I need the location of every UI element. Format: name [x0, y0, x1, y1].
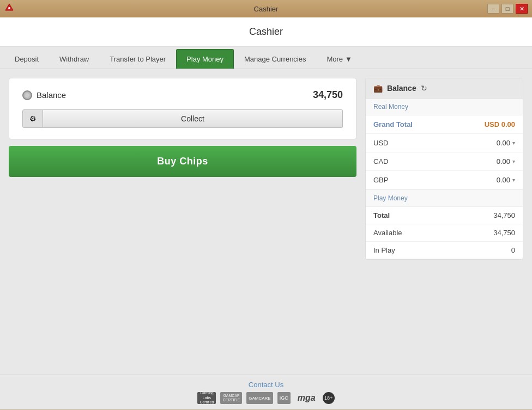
tab-currencies[interactable]: Manage Currencies — [234, 49, 316, 69]
main-window: Cashier Deposit Withdraw Transfer to Pla… — [0, 17, 532, 409]
close-button[interactable]: ✕ — [516, 4, 528, 14]
app-header-title: Cashier — [249, 26, 283, 37]
gaming-labs-logo: GamingLabsCertified — [197, 392, 216, 404]
balance-widget-title: Balance — [387, 84, 416, 93]
contact-us-link[interactable]: Contact Us — [5, 381, 527, 389]
cad-row: CAD 0.00 ▾ — [366, 152, 523, 171]
usd-row: USD 0.00 ▾ — [366, 134, 523, 152]
gbp-label: GBP — [373, 176, 388, 184]
app-header: Cashier — [0, 17, 532, 47]
play-money-available-label: Available — [373, 229, 402, 237]
play-money-available-value: 34,750 — [493, 229, 515, 237]
tab-withdraw[interactable]: Withdraw — [49, 49, 99, 69]
balance-widget-header: 💼 Balance ↻ — [366, 78, 523, 99]
gbp-value: 0.00 ▾ — [497, 176, 515, 184]
balance-label: Balance — [22, 90, 66, 100]
chevron-down-icon: ▼ — [345, 55, 352, 63]
collect-button[interactable]: Collect — [43, 109, 343, 128]
gamcare-certified-logo: GAMCAFCERTIFIE — [220, 392, 242, 404]
chip-icon — [22, 90, 32, 100]
igc-logo: IGC — [277, 392, 291, 404]
footer: Contact Us GamingLabsCertified GAMCAFCER… — [0, 375, 532, 409]
wallet-icon: 💼 — [373, 84, 383, 93]
balance-card: Balance 34,750 ⚙ Collect — [9, 78, 356, 139]
restore-button[interactable]: □ — [501, 4, 513, 14]
window-controls: − □ ✕ — [487, 4, 528, 14]
tab-playmoney[interactable]: Play Money — [176, 49, 234, 69]
tab-more[interactable]: More ▼ — [316, 49, 362, 69]
grand-total-label: Grand Total — [373, 120, 413, 128]
chevron-down-icon: ▾ — [512, 140, 515, 146]
left-panel: Balance 34,750 ⚙ Collect Buy Chips — [9, 78, 356, 366]
footer-logos: GamingLabsCertified GAMCAFCERTIFIE GAMCA… — [5, 392, 527, 404]
gamcare-logo: GAMCARE — [246, 392, 273, 404]
chevron-down-icon: ▾ — [512, 158, 515, 164]
cad-label: CAD — [373, 157, 388, 166]
tab-transfer[interactable]: Transfer to Player — [99, 49, 176, 69]
title-bar: Cashier − □ ✕ — [0, 0, 532, 17]
play-money-inplay-label: In Play — [373, 246, 395, 254]
mga-logo: mga — [295, 392, 318, 404]
minimize-button[interactable]: − — [487, 4, 499, 14]
collect-gear-button[interactable]: ⚙ — [22, 109, 43, 128]
play-money-inplay-row: In Play 0 — [366, 242, 523, 259]
buy-chips-button[interactable]: Buy Chips — [9, 146, 356, 177]
app-logo — [4, 3, 14, 15]
gbp-row: GBP 0.00 ▾ — [366, 171, 523, 189]
balance-widget: 💼 Balance ↻ Real Money Grand Total USD 0… — [365, 78, 523, 260]
grand-total-value: USD 0.00 — [485, 120, 515, 128]
tab-deposit[interactable]: Deposit — [4, 49, 49, 69]
nav-tabs: Deposit Withdraw Transfer to Player Play… — [0, 47, 532, 69]
refresh-icon[interactable]: ↻ — [421, 84, 427, 93]
usd-label: USD — [373, 139, 388, 147]
usd-value: 0.00 ▾ — [497, 139, 515, 147]
titlebar-title: Cashier — [254, 5, 279, 13]
cad-value: 0.00 ▾ — [497, 157, 515, 166]
real-money-section-header: Real Money — [366, 99, 523, 115]
right-panel: 💼 Balance ↻ Real Money Grand Total USD 0… — [365, 78, 523, 366]
age-restriction-logo: 18+ — [323, 392, 335, 404]
play-money-total-row: Total 34,750 — [366, 207, 523, 224]
play-money-total-value: 34,750 — [493, 211, 515, 219]
play-money-inplay-value: 0 — [511, 246, 515, 254]
play-money-total-label: Total — [373, 211, 390, 219]
content-area: Balance 34,750 ⚙ Collect Buy Chips 💼 Bal… — [0, 69, 532, 375]
chevron-down-icon: ▾ — [512, 177, 515, 183]
collect-row: ⚙ Collect — [22, 109, 343, 128]
balance-value: 34,750 — [313, 89, 343, 101]
play-money-available-row: Available 34,750 — [366, 224, 523, 242]
grand-total-row: Grand Total USD 0.00 — [366, 115, 523, 134]
play-money-section-header: Play Money — [366, 189, 523, 207]
balance-row: Balance 34,750 — [22, 89, 343, 101]
svg-point-1 — [8, 7, 10, 9]
